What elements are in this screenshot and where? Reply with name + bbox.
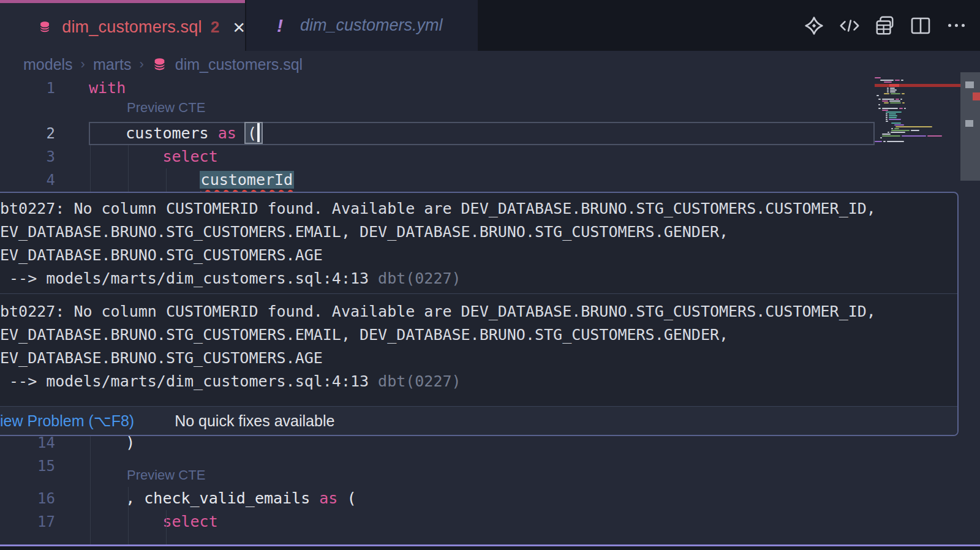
line-number: 16 xyxy=(12,487,55,510)
minimap-code-bar xyxy=(878,99,881,100)
error-message-line: EV_DATABASE.BRUNO.STG_CUSTOMERS.AGE xyxy=(0,347,957,370)
matched-bracket: ( xyxy=(246,123,262,143)
error-code[interactable]: dbt(0227) xyxy=(369,269,461,287)
line-tokens: select xyxy=(162,145,217,168)
database-icon xyxy=(38,17,51,37)
minimap-code-bar xyxy=(901,80,903,81)
hover-status-bar: iew Problem (⌥F8) No quick fixes availab… xyxy=(0,406,957,435)
minimap-code-bar xyxy=(884,93,889,94)
editor-window: dim_customers.sql 2 × ! dim_customers.ym… xyxy=(0,0,980,550)
line-tokens: with xyxy=(89,77,126,100)
minimap-code-bar xyxy=(886,121,888,122)
minimap-code-bar xyxy=(880,137,882,138)
error-source-line: --> models/marts/dim_customers.sql:4:13 … xyxy=(0,267,957,290)
code-line-2[interactable]: 2customers as ( xyxy=(0,122,876,145)
window-bottom-strip xyxy=(0,546,980,550)
dbt-logo-icon[interactable] xyxy=(804,15,824,36)
codelens-preview-cte[interactable]: Preview CTE xyxy=(127,100,205,116)
close-icon[interactable]: × xyxy=(233,17,245,37)
line-tokens: customers as ( xyxy=(126,122,262,145)
line-number: 3 xyxy=(12,145,55,168)
minimap-code-bar xyxy=(883,141,886,142)
minimap-code-bar xyxy=(880,80,894,81)
minimap-code-bar xyxy=(875,77,881,78)
line-number: 15 xyxy=(12,454,55,478)
minimap-code-bar xyxy=(882,135,900,137)
error-file-location[interactable]: --> models/marts/dim_customers.sql:4:13 xyxy=(0,269,369,287)
tab-filename: dim_customers.yml xyxy=(300,16,443,35)
error-code[interactable]: dbt(0227) xyxy=(369,372,461,390)
overview-ruler-error-mark xyxy=(973,92,980,100)
code-line-1[interactable]: 1with xyxy=(0,77,876,100)
minimap-code-bar xyxy=(902,93,905,94)
minimap-code-bar xyxy=(878,104,880,105)
indent-guide xyxy=(128,145,129,192)
minimap-code-bar xyxy=(902,102,905,104)
breadcrumb-file[interactable]: dim_customers.sql xyxy=(175,56,303,73)
minimap-code-bar xyxy=(878,108,881,109)
line-number: 2 xyxy=(12,122,55,145)
error-message-line: bt0227: No column CUSTOMERID found. Avai… xyxy=(0,300,957,323)
minimap-code-bar xyxy=(875,141,882,142)
code-line-16[interactable]: 16, check_valid_emails as ( xyxy=(0,487,876,510)
indent-guide xyxy=(128,487,129,545)
error-message-line: EV_DATABASE.BRUNO.STG_CUSTOMERS.AGE xyxy=(0,244,957,267)
minimap-code-bar xyxy=(890,102,901,104)
minimap-code-bar xyxy=(900,99,902,100)
error-hover-messages: bt0227: No column CUSTOMERID found. Avai… xyxy=(0,193,957,404)
minimap-code-bar xyxy=(891,132,905,133)
chevron-right-icon: › xyxy=(81,56,85,72)
minimap-code-bar xyxy=(876,95,879,96)
error-message-line: EV_DATABASE.BRUNO.STG_CUSTOMERS.EMAIL, D… xyxy=(0,323,957,347)
code-line-3[interactable]: 3select xyxy=(0,145,876,168)
overview-ruler-cursor-mark xyxy=(965,120,973,127)
error-file-location[interactable]: --> models/marts/dim_customers.sql:4:13 xyxy=(0,372,369,390)
code-line-17[interactable]: 17select xyxy=(0,510,876,533)
minimap-code-bar xyxy=(902,135,926,137)
overview-ruler-cursor-mark xyxy=(965,81,974,88)
line-number: 4 xyxy=(12,168,55,192)
error-message-block: bt0227: No column CUSTOMERID found. Avai… xyxy=(0,193,957,293)
error-indicator-icon: ! xyxy=(277,15,283,36)
minimap-code-bar xyxy=(904,108,906,109)
line-tokens: customerId xyxy=(200,168,295,192)
tab-dim-customers-sql[interactable]: dim_customers.sql 2 × xyxy=(0,0,245,51)
minimap[interactable] xyxy=(875,0,961,192)
code-icon[interactable] xyxy=(839,15,860,36)
tab-dim-customers-yml[interactable]: ! dim_customers.yml xyxy=(246,0,478,51)
codelens-preview-cte[interactable]: Preview CTE xyxy=(127,467,205,483)
minimap-code-bar xyxy=(887,141,904,142)
no-quick-fixes-label: No quick fixes available xyxy=(175,412,334,430)
line-tokens: , check_valid_emails as ( xyxy=(126,487,356,510)
minimap-code-bar xyxy=(891,93,900,94)
indent-guide xyxy=(166,510,167,545)
breadcrumb-marts[interactable]: marts xyxy=(93,56,132,73)
error-message-line: bt0227: No column CUSTOMERID found. Avai… xyxy=(0,197,957,220)
database-icon xyxy=(152,56,167,72)
view-problem-link[interactable]: iew Problem (⌥F8) xyxy=(0,412,134,430)
breadcrumb: models › marts › dim_customers.sql xyxy=(23,51,303,78)
minimap-code-bar xyxy=(895,126,932,127)
chevron-right-icon: › xyxy=(139,56,143,72)
code-line-4[interactable]: 4customerId xyxy=(0,168,876,192)
line-number: 1 xyxy=(12,77,55,100)
minimap-code-bar xyxy=(899,108,903,109)
error-hover-panel: bt0227: No column CUSTOMERID found. Avai… xyxy=(0,192,959,436)
indent-guide xyxy=(166,168,167,192)
breadcrumb-models[interactable]: models xyxy=(23,56,73,73)
tab-filename: dim_customers.sql xyxy=(62,18,202,37)
error-message-line: EV_DATABASE.BRUNO.STG_CUSTOMERS.EMAIL, D… xyxy=(0,220,957,244)
error-message-block: bt0227: No column CUSTOMERID found. Avai… xyxy=(0,294,957,404)
minimap-code-bar xyxy=(895,80,900,81)
line-tokens: select xyxy=(162,510,217,533)
minimap-code-bar xyxy=(927,135,942,137)
tab-dirty-count: 2 xyxy=(211,18,219,37)
minimap-code-bar xyxy=(884,81,892,83)
error-token-customerid: customerId xyxy=(200,171,295,189)
indent-guide xyxy=(90,145,91,192)
scrollbar xyxy=(960,0,980,550)
minimap-error-band xyxy=(875,84,961,87)
minimap-code-bar xyxy=(889,119,901,120)
indent-guide xyxy=(90,436,91,545)
error-source-line: --> models/marts/dim_customers.sql:4:13 … xyxy=(0,370,957,393)
